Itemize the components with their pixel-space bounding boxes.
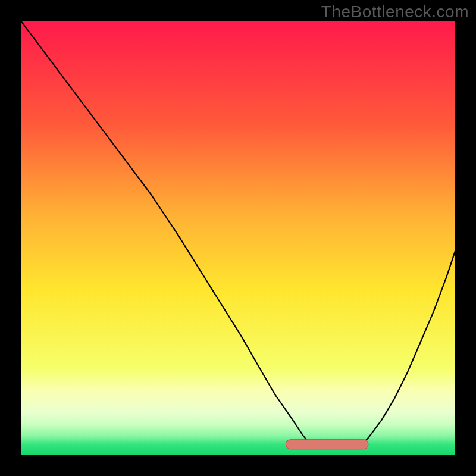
gradient-background bbox=[21, 21, 455, 455]
plot-area bbox=[21, 21, 455, 455]
bottom-highlight-pill bbox=[286, 440, 368, 449]
watermark-text: TheBottleneck.com bbox=[321, 2, 469, 21]
chart-svg bbox=[21, 21, 455, 455]
chart-frame: TheBottleneck.com bbox=[0, 0, 476, 476]
